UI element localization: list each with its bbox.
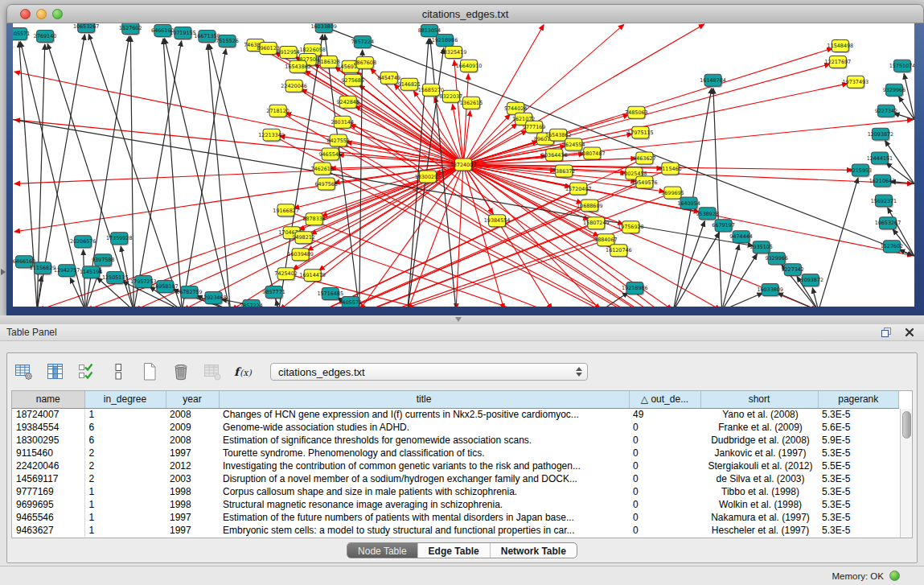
network-node[interactable]: 9242848	[337, 96, 359, 109]
network-node[interactable]: 2769140	[34, 30, 56, 43]
citation-edge[interactable]	[778, 293, 819, 307]
citation-edge[interactable]	[722, 293, 763, 307]
network-node[interactable]: 16039489	[287, 249, 314, 262]
citation-edge[interactable]	[819, 178, 858, 307]
network-node[interactable]: 9857771	[262, 286, 285, 300]
network-node[interactable]: 15751074	[889, 60, 914, 73]
citation-edge[interactable]	[722, 254, 758, 307]
network-node[interactable]: 9538928	[696, 208, 718, 221]
close-panel-icon[interactable]	[905, 328, 914, 337]
network-node[interactable]: 10653267	[73, 23, 100, 34]
scrollbar-thumb[interactable]	[902, 411, 911, 439]
network-node[interactable]: 2718120	[266, 105, 289, 118]
column-layout-icon[interactable]	[106, 361, 130, 383]
citation-edge[interactable]	[295, 56, 459, 162]
citation-edge[interactable]	[133, 41, 181, 307]
table-row[interactable]: 1830029562008Estimation of significance …	[12, 434, 899, 447]
citation-edge[interactable]	[130, 36, 133, 307]
delete-table-icon[interactable]	[169, 361, 193, 383]
network-node[interactable]: 1527602	[119, 23, 142, 35]
network-node[interactable]: 16640910	[456, 60, 483, 73]
citation-edge[interactable]	[601, 293, 628, 307]
citation-edge[interactable]	[673, 221, 704, 307]
citation-edge[interactable]	[467, 24, 704, 162]
tab-node-table[interactable]: Node Table	[347, 543, 417, 558]
citation-edge[interactable]	[14, 165, 458, 232]
network-node[interactable]: 20206576	[70, 236, 97, 249]
network-node[interactable]: 9275685	[342, 74, 364, 88]
network-node[interactable]: 9405571	[13, 27, 30, 41]
citation-network-graph[interactable]: 9405571276914010653267152760264661601071…	[13, 23, 914, 307]
network-node[interactable]: 12217697	[825, 56, 852, 69]
table-row[interactable]: 2242004622012Investigating the contribut…	[12, 459, 899, 472]
create-table-icon[interactable]	[138, 361, 162, 383]
network-node[interactable]: 9474444	[729, 231, 752, 245]
network-node[interactable]: 16148784	[700, 74, 726, 88]
table-row[interactable]: 946554611997Estimation of the future num…	[12, 511, 899, 524]
table-row[interactable]: 977716911998Corpus callosum shape and si…	[12, 485, 899, 498]
network-node[interactable]: 9329966	[765, 253, 787, 266]
column-header-year[interactable]: year	[166, 391, 219, 408]
citation-edge[interactable]	[359, 50, 363, 307]
network-node[interactable]: 9227342	[781, 264, 803, 278]
column-header-short[interactable]: short	[700, 391, 818, 408]
select-columns-icon[interactable]	[43, 361, 68, 383]
column-header-out-de-[interactable]: △ out_de...	[629, 391, 700, 408]
citation-edge[interactable]	[467, 167, 598, 236]
window-titlebar[interactable]: citations_edges.txt	[6, 4, 924, 23]
network-node[interactable]: 7425402	[274, 268, 297, 282]
citation-edge[interactable]	[135, 160, 640, 307]
table-scrollbar[interactable]	[900, 409, 912, 538]
network-node[interactable]: 2867608	[354, 56, 376, 70]
network-node[interactable]: 9463627	[633, 152, 655, 166]
network-node[interactable]: 9498212	[292, 232, 314, 245]
column-header-in-degree[interactable]: in_degree	[84, 391, 166, 408]
network-node[interactable]: 12923468	[200, 292, 227, 306]
network-node[interactable]: 9405571	[339, 297, 362, 307]
network-node[interactable]: 9329966	[883, 84, 906, 97]
table-row[interactable]: 946362711997Embryonic stem cells: a mode…	[12, 524, 899, 537]
network-node[interactable]: 12505135	[102, 272, 129, 286]
float-panel-icon[interactable]	[881, 327, 892, 338]
network-node[interactable]: 19384554	[484, 215, 511, 229]
column-header-name[interactable]: name	[12, 391, 84, 408]
citation-edge[interactable]	[276, 300, 278, 307]
network-node[interactable]: 15692371	[871, 195, 897, 208]
network-node[interactable]: 2803144	[331, 116, 353, 130]
column-header-pagerank[interactable]: pagerank	[818, 391, 899, 408]
network-node[interactable]: 16033809	[757, 284, 783, 298]
network-node[interactable]: 12942757	[54, 265, 80, 278]
table-row[interactable]: 1872400712008Changes of HCN gene express…	[12, 408, 899, 421]
network-view-window[interactable]: citations_edges.txt 94055712769140106532…	[6, 4, 924, 315]
table-row[interactable]: 911546021997Tourette syndrome. Phenomeno…	[12, 447, 899, 459]
network-node[interactable]: 7857224	[351, 35, 374, 49]
table-settings-icon[interactable]	[12, 361, 36, 383]
network-node[interactable]: 8878334	[302, 213, 325, 227]
network-node[interactable]: 7485063	[625, 106, 647, 120]
network-node[interactable]: 9215953	[849, 164, 872, 178]
network-node[interactable]: 22420046	[281, 80, 307, 93]
network-node[interactable]: 17359928	[106, 233, 133, 246]
network-node[interactable]: 16033809	[310, 23, 337, 34]
tab-network-table[interactable]: Network Table	[490, 543, 577, 558]
citation-edge[interactable]	[454, 60, 463, 160]
network-node[interactable]: 12093872	[868, 128, 894, 142]
network-node[interactable]: 6497568	[314, 178, 337, 192]
network-node[interactable]: 16210643	[869, 175, 896, 188]
citation-edge[interactable]	[713, 89, 722, 307]
network-node[interactable]: 1362615	[460, 97, 483, 110]
network-node[interactable]: 9397588	[92, 254, 114, 268]
network-node[interactable]: 7462616	[310, 163, 333, 176]
network-node[interactable]: 9465546	[318, 148, 341, 162]
network-node[interactable]: 8427552	[326, 134, 349, 148]
table-selector-dropdown[interactable]: citations_edges.txt	[270, 363, 588, 381]
column-header-title[interactable]: title	[219, 391, 629, 408]
network-node[interactable]: 9777169	[523, 121, 545, 134]
table-row[interactable]: 1938455462009Genome-wide association stu…	[12, 421, 899, 434]
table-row[interactable]: 969969511998Structural magnetic resonanc…	[12, 498, 899, 511]
network-node[interactable]: 1145194	[80, 266, 102, 280]
table-row[interactable]: 1456911722003Disruption of a novel membe…	[12, 472, 899, 485]
network-node[interactable]: 10653267	[875, 217, 901, 231]
network-node[interactable]: 19737493	[843, 76, 869, 89]
network-node[interactable]: 12213349	[258, 129, 285, 142]
